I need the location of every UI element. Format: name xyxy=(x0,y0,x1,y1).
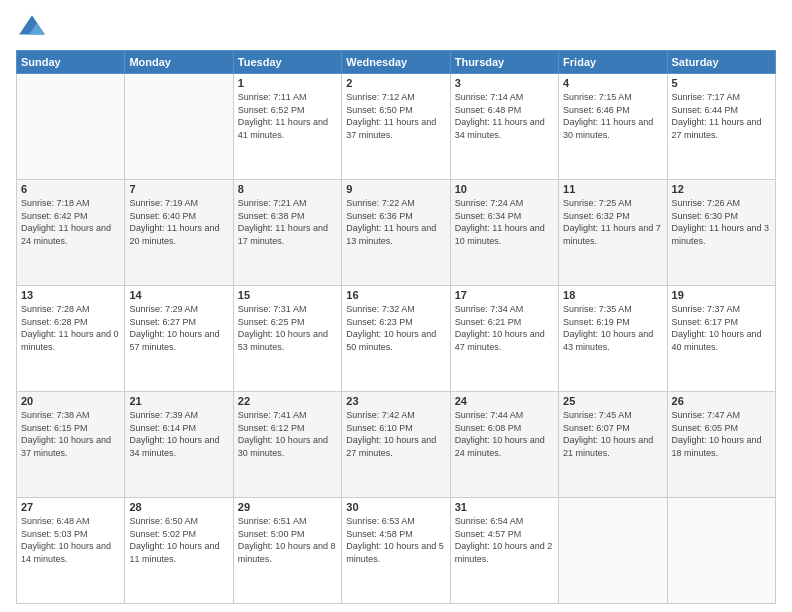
day-number: 6 xyxy=(21,183,120,195)
day-info: Sunrise: 7:14 AM Sunset: 6:48 PM Dayligh… xyxy=(455,91,554,141)
day-number: 1 xyxy=(238,77,337,89)
day-info: Sunrise: 7:12 AM Sunset: 6:50 PM Dayligh… xyxy=(346,91,445,141)
day-cell: 31Sunrise: 6:54 AM Sunset: 4:57 PM Dayli… xyxy=(450,498,558,604)
day-info: Sunrise: 7:44 AM Sunset: 6:08 PM Dayligh… xyxy=(455,409,554,459)
day-number: 8 xyxy=(238,183,337,195)
day-info: Sunrise: 7:22 AM Sunset: 6:36 PM Dayligh… xyxy=(346,197,445,247)
day-number: 29 xyxy=(238,501,337,513)
day-cell xyxy=(125,74,233,180)
day-cell: 8Sunrise: 7:21 AM Sunset: 6:38 PM Daylig… xyxy=(233,180,341,286)
day-info: Sunrise: 7:19 AM Sunset: 6:40 PM Dayligh… xyxy=(129,197,228,247)
day-cell: 7Sunrise: 7:19 AM Sunset: 6:40 PM Daylig… xyxy=(125,180,233,286)
day-cell xyxy=(667,498,775,604)
day-number: 13 xyxy=(21,289,120,301)
day-number: 11 xyxy=(563,183,662,195)
day-cell: 9Sunrise: 7:22 AM Sunset: 6:36 PM Daylig… xyxy=(342,180,450,286)
week-row-2: 13Sunrise: 7:28 AM Sunset: 6:28 PM Dayli… xyxy=(17,286,776,392)
logo xyxy=(16,12,52,44)
day-info: Sunrise: 6:53 AM Sunset: 4:58 PM Dayligh… xyxy=(346,515,445,565)
day-info: Sunrise: 7:39 AM Sunset: 6:14 PM Dayligh… xyxy=(129,409,228,459)
day-cell: 12Sunrise: 7:26 AM Sunset: 6:30 PM Dayli… xyxy=(667,180,775,286)
day-info: Sunrise: 6:51 AM Sunset: 5:00 PM Dayligh… xyxy=(238,515,337,565)
day-number: 25 xyxy=(563,395,662,407)
day-cell: 21Sunrise: 7:39 AM Sunset: 6:14 PM Dayli… xyxy=(125,392,233,498)
week-row-1: 6Sunrise: 7:18 AM Sunset: 6:42 PM Daylig… xyxy=(17,180,776,286)
day-number: 30 xyxy=(346,501,445,513)
day-number: 20 xyxy=(21,395,120,407)
weekday-header-friday: Friday xyxy=(559,51,667,74)
weekday-header-sunday: Sunday xyxy=(17,51,125,74)
day-cell: 28Sunrise: 6:50 AM Sunset: 5:02 PM Dayli… xyxy=(125,498,233,604)
day-cell: 5Sunrise: 7:17 AM Sunset: 6:44 PM Daylig… xyxy=(667,74,775,180)
day-number: 5 xyxy=(672,77,771,89)
day-cell: 22Sunrise: 7:41 AM Sunset: 6:12 PM Dayli… xyxy=(233,392,341,498)
day-info: Sunrise: 7:21 AM Sunset: 6:38 PM Dayligh… xyxy=(238,197,337,247)
page: SundayMondayTuesdayWednesdayThursdayFrid… xyxy=(0,0,792,612)
day-number: 26 xyxy=(672,395,771,407)
day-number: 17 xyxy=(455,289,554,301)
day-info: Sunrise: 7:18 AM Sunset: 6:42 PM Dayligh… xyxy=(21,197,120,247)
day-number: 15 xyxy=(238,289,337,301)
day-cell: 18Sunrise: 7:35 AM Sunset: 6:19 PM Dayli… xyxy=(559,286,667,392)
day-cell: 19Sunrise: 7:37 AM Sunset: 6:17 PM Dayli… xyxy=(667,286,775,392)
day-cell: 13Sunrise: 7:28 AM Sunset: 6:28 PM Dayli… xyxy=(17,286,125,392)
day-number: 19 xyxy=(672,289,771,301)
day-number: 27 xyxy=(21,501,120,513)
day-info: Sunrise: 7:15 AM Sunset: 6:46 PM Dayligh… xyxy=(563,91,662,141)
day-number: 3 xyxy=(455,77,554,89)
week-row-4: 27Sunrise: 6:48 AM Sunset: 5:03 PM Dayli… xyxy=(17,498,776,604)
day-info: Sunrise: 7:34 AM Sunset: 6:21 PM Dayligh… xyxy=(455,303,554,353)
day-cell: 16Sunrise: 7:32 AM Sunset: 6:23 PM Dayli… xyxy=(342,286,450,392)
day-info: Sunrise: 7:35 AM Sunset: 6:19 PM Dayligh… xyxy=(563,303,662,353)
day-cell: 27Sunrise: 6:48 AM Sunset: 5:03 PM Dayli… xyxy=(17,498,125,604)
day-cell: 23Sunrise: 7:42 AM Sunset: 6:10 PM Dayli… xyxy=(342,392,450,498)
day-number: 22 xyxy=(238,395,337,407)
day-info: Sunrise: 6:50 AM Sunset: 5:02 PM Dayligh… xyxy=(129,515,228,565)
day-cell: 6Sunrise: 7:18 AM Sunset: 6:42 PM Daylig… xyxy=(17,180,125,286)
day-cell: 24Sunrise: 7:44 AM Sunset: 6:08 PM Dayli… xyxy=(450,392,558,498)
day-info: Sunrise: 6:48 AM Sunset: 5:03 PM Dayligh… xyxy=(21,515,120,565)
day-number: 21 xyxy=(129,395,228,407)
day-info: Sunrise: 7:47 AM Sunset: 6:05 PM Dayligh… xyxy=(672,409,771,459)
day-cell: 1Sunrise: 7:11 AM Sunset: 6:52 PM Daylig… xyxy=(233,74,341,180)
day-cell: 26Sunrise: 7:47 AM Sunset: 6:05 PM Dayli… xyxy=(667,392,775,498)
day-info: Sunrise: 7:31 AM Sunset: 6:25 PM Dayligh… xyxy=(238,303,337,353)
day-number: 28 xyxy=(129,501,228,513)
day-cell: 30Sunrise: 6:53 AM Sunset: 4:58 PM Dayli… xyxy=(342,498,450,604)
day-number: 9 xyxy=(346,183,445,195)
day-info: Sunrise: 7:24 AM Sunset: 6:34 PM Dayligh… xyxy=(455,197,554,247)
day-info: Sunrise: 7:38 AM Sunset: 6:15 PM Dayligh… xyxy=(21,409,120,459)
day-cell: 3Sunrise: 7:14 AM Sunset: 6:48 PM Daylig… xyxy=(450,74,558,180)
day-cell: 29Sunrise: 6:51 AM Sunset: 5:00 PM Dayli… xyxy=(233,498,341,604)
day-cell xyxy=(17,74,125,180)
day-number: 2 xyxy=(346,77,445,89)
weekday-header-tuesday: Tuesday xyxy=(233,51,341,74)
day-cell: 10Sunrise: 7:24 AM Sunset: 6:34 PM Dayli… xyxy=(450,180,558,286)
weekday-header-thursday: Thursday xyxy=(450,51,558,74)
week-row-3: 20Sunrise: 7:38 AM Sunset: 6:15 PM Dayli… xyxy=(17,392,776,498)
day-info: Sunrise: 6:54 AM Sunset: 4:57 PM Dayligh… xyxy=(455,515,554,565)
day-cell: 17Sunrise: 7:34 AM Sunset: 6:21 PM Dayli… xyxy=(450,286,558,392)
day-cell: 14Sunrise: 7:29 AM Sunset: 6:27 PM Dayli… xyxy=(125,286,233,392)
day-info: Sunrise: 7:37 AM Sunset: 6:17 PM Dayligh… xyxy=(672,303,771,353)
day-cell xyxy=(559,498,667,604)
day-info: Sunrise: 7:17 AM Sunset: 6:44 PM Dayligh… xyxy=(672,91,771,141)
day-info: Sunrise: 7:11 AM Sunset: 6:52 PM Dayligh… xyxy=(238,91,337,141)
day-cell: 2Sunrise: 7:12 AM Sunset: 6:50 PM Daylig… xyxy=(342,74,450,180)
calendar: SundayMondayTuesdayWednesdayThursdayFrid… xyxy=(16,50,776,604)
day-number: 24 xyxy=(455,395,554,407)
day-number: 31 xyxy=(455,501,554,513)
day-number: 10 xyxy=(455,183,554,195)
weekday-header-row: SundayMondayTuesdayWednesdayThursdayFrid… xyxy=(17,51,776,74)
day-info: Sunrise: 7:28 AM Sunset: 6:28 PM Dayligh… xyxy=(21,303,120,353)
weekday-header-monday: Monday xyxy=(125,51,233,74)
day-info: Sunrise: 7:42 AM Sunset: 6:10 PM Dayligh… xyxy=(346,409,445,459)
day-info: Sunrise: 7:41 AM Sunset: 6:12 PM Dayligh… xyxy=(238,409,337,459)
header xyxy=(16,12,776,44)
day-cell: 20Sunrise: 7:38 AM Sunset: 6:15 PM Dayli… xyxy=(17,392,125,498)
weekday-header-saturday: Saturday xyxy=(667,51,775,74)
day-info: Sunrise: 7:29 AM Sunset: 6:27 PM Dayligh… xyxy=(129,303,228,353)
day-cell: 15Sunrise: 7:31 AM Sunset: 6:25 PM Dayli… xyxy=(233,286,341,392)
weekday-header-wednesday: Wednesday xyxy=(342,51,450,74)
week-row-0: 1Sunrise: 7:11 AM Sunset: 6:52 PM Daylig… xyxy=(17,74,776,180)
